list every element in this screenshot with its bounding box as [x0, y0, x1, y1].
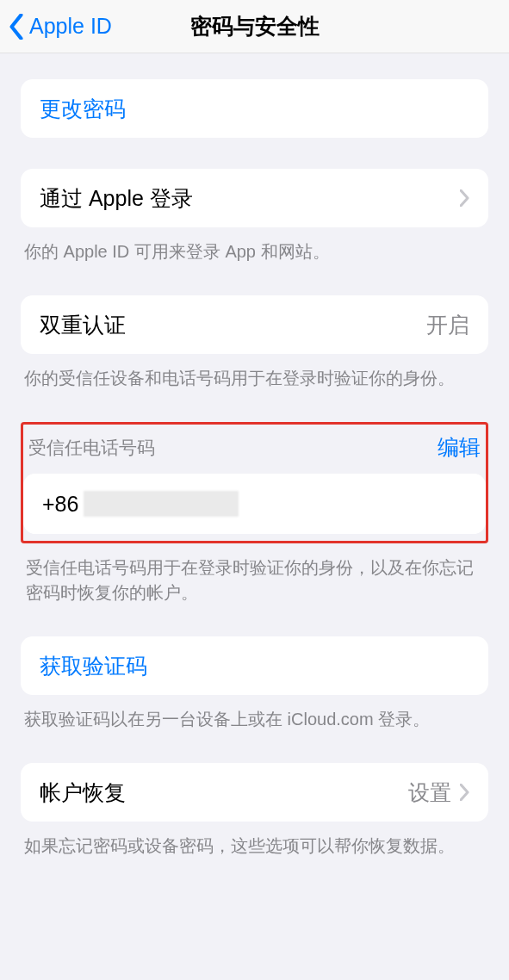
navbar: Apple ID 密码与安全性 [0, 0, 509, 53]
account-recovery-label: 帐户恢复 [40, 778, 126, 807]
get-code-row[interactable]: 获取验证码 [21, 636, 488, 695]
account-recovery-note: 如果忘记密码或设备密码，这些选项可以帮你恢复数据。 [0, 822, 509, 859]
trusted-phone-note: 受信任电话号码用于在登录时验证你的身份，以及在你忘记密码时恢复你的帐户。 [0, 543, 509, 605]
group-get-code: 获取验证码 获取验证码以在另一台设备上或在 iCloud.com 登录。 [0, 636, 509, 732]
signin-with-apple-label: 通过 Apple 登录 [40, 184, 193, 213]
chevron-right-icon [460, 784, 469, 801]
trusted-phone-edit-button[interactable]: 编辑 [438, 433, 481, 462]
back-label: Apple ID [29, 14, 112, 39]
group-signin-apple: 通过 Apple 登录 你的 Apple ID 可用来登录 App 和网站。 [0, 169, 509, 264]
trusted-phone-header: 受信任电话号码 [28, 436, 155, 460]
account-recovery-value: 设置 [408, 778, 451, 807]
group-two-factor: 双重认证 开启 你的受信任设备和电话号码用于在登录时验证你的身份。 [0, 295, 509, 391]
trusted-phone-redacted [84, 491, 239, 517]
signin-with-apple-row[interactable]: 通过 Apple 登录 [21, 169, 488, 227]
get-code-note: 获取验证码以在另一台设备上或在 iCloud.com 登录。 [0, 695, 509, 732]
change-password-row[interactable]: 更改密码 [21, 79, 488, 138]
change-password-label: 更改密码 [40, 95, 126, 123]
get-code-label: 获取验证码 [40, 652, 147, 680]
group-change-password: 更改密码 [0, 79, 509, 138]
back-button[interactable]: Apple ID [0, 14, 112, 40]
trusted-phone-highlight: 受信任电话号码 编辑 +86 [21, 422, 488, 543]
two-factor-row[interactable]: 双重认证 开启 [21, 295, 488, 354]
signin-with-apple-note: 你的 Apple ID 可用来登录 App 和网站。 [0, 227, 509, 264]
two-factor-label: 双重认证 [40, 311, 126, 339]
group-account-recovery: 帐户恢复 设置 如果忘记密码或设备密码，这些选项可以帮你恢复数据。 [0, 763, 509, 859]
trusted-phone-row[interactable]: +86 [23, 474, 486, 534]
trusted-phone-prefix: +86 [42, 492, 78, 517]
account-recovery-row[interactable]: 帐户恢复 设置 [21, 763, 488, 822]
chevron-left-icon [9, 14, 24, 40]
two-factor-value: 开启 [426, 311, 469, 339]
chevron-right-icon [460, 189, 469, 207]
two-factor-note: 你的受信任设备和电话号码用于在登录时验证你的身份。 [0, 354, 509, 391]
